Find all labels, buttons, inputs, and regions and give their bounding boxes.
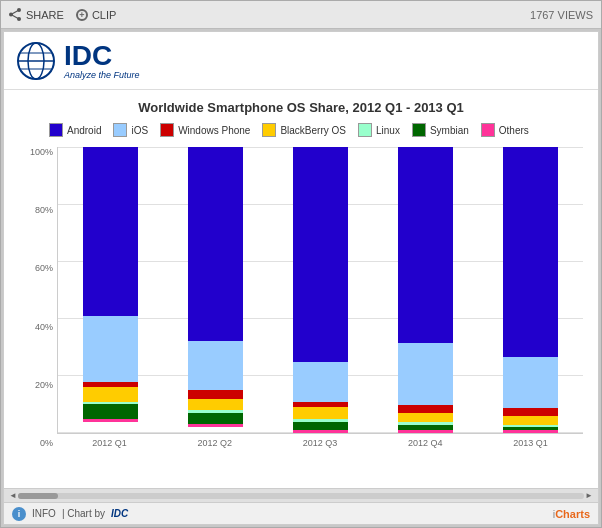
legend-label: Symbian	[430, 125, 469, 136]
bar-group	[268, 147, 373, 433]
bars-wrapper	[58, 147, 583, 433]
idc-header: IDC Analyze the Future	[4, 32, 598, 90]
bar-group	[163, 147, 268, 433]
bar-segment-windows-phone[interactable]	[188, 390, 243, 399]
scroll-right-arrow[interactable]: ►	[584, 491, 594, 501]
chart-container: Worldwide Smartphone OS Share, 2012 Q1 -…	[4, 90, 598, 488]
x-axis-label: 2012 Q1	[57, 434, 162, 448]
clip-label: CLIP	[92, 9, 116, 21]
legend-label: Android	[67, 125, 101, 136]
bar-segment-ios[interactable]	[503, 357, 558, 407]
bars-area	[57, 147, 583, 434]
x-axis-label: 2012 Q3	[267, 434, 372, 448]
chart-title: Worldwide Smartphone OS Share, 2012 Q1 -…	[19, 100, 583, 115]
bar-segment-blackberry-os[interactable]	[293, 407, 348, 418]
legend-label: Linux	[376, 125, 400, 136]
bar-segment-blackberry-os[interactable]	[503, 416, 558, 424]
bar-segment-windows-phone[interactable]	[503, 408, 558, 416]
bar-segment-android[interactable]	[503, 147, 558, 357]
x-axis-label: 2013 Q1	[478, 434, 583, 448]
legend-item-linux: Linux	[358, 123, 400, 137]
legend-item-blackberry-os: BlackBerry OS	[262, 123, 346, 137]
bar-stack	[83, 147, 138, 433]
bar-segment-others[interactable]	[503, 430, 558, 433]
scrollbar-thumb[interactable]	[18, 493, 58, 499]
idc-logo: IDC Analyze the Future	[16, 41, 140, 81]
icharts-brand: iCharts	[553, 508, 590, 520]
idc-text: IDC Analyze the Future	[64, 42, 140, 80]
bar-stack	[398, 147, 453, 433]
x-axis-label: 2012 Q2	[162, 434, 267, 448]
bar-stack	[503, 147, 558, 433]
outer-frame: SHARE + CLIP 1767 VIEWS IDC	[0, 0, 602, 528]
bar-segment-ios[interactable]	[83, 316, 138, 382]
bar-segment-symbian[interactable]	[188, 413, 243, 424]
scrollbar-track[interactable]	[18, 493, 584, 499]
bar-segment-blackberry-os[interactable]	[83, 387, 138, 401]
chart-legend: AndroidiOSWindows PhoneBlackBerry OSLinu…	[19, 123, 583, 137]
legend-label: Others	[499, 125, 529, 136]
legend-color	[113, 123, 127, 137]
info-label: INFO	[32, 508, 56, 519]
footer-left: i INFO | Chart by IDC	[12, 507, 128, 521]
clip-icon: +	[76, 9, 88, 21]
bar-segment-others[interactable]	[83, 419, 138, 422]
idc-tagline: Analyze the Future	[64, 70, 140, 80]
bar-segment-others[interactable]	[398, 430, 453, 433]
bar-segment-blackberry-os[interactable]	[398, 413, 453, 421]
legend-item-windows-phone: Windows Phone	[160, 123, 250, 137]
legend-color	[262, 123, 276, 137]
share-icon	[9, 8, 22, 21]
bar-segment-android[interactable]	[188, 147, 243, 341]
share-button[interactable]: SHARE	[9, 8, 64, 21]
bar-segment-android[interactable]	[293, 147, 348, 362]
legend-label: BlackBerry OS	[280, 125, 346, 136]
bar-segment-symbian[interactable]	[83, 404, 138, 418]
idc-globe-icon	[16, 41, 56, 81]
y-axis-label: 20%	[19, 380, 57, 390]
chart-by-label: | Chart by	[62, 508, 105, 519]
legend-label: Windows Phone	[178, 125, 250, 136]
x-axis-label: 2012 Q4	[373, 434, 478, 448]
legend-color	[160, 123, 174, 137]
bar-segment-ios[interactable]	[188, 341, 243, 390]
svg-line-4	[11, 15, 19, 20]
legend-label: iOS	[131, 125, 148, 136]
bar-group	[373, 147, 478, 433]
scrollbar-area: ◄ ►	[4, 488, 598, 502]
y-axis-label: 80%	[19, 205, 57, 215]
bar-segment-android[interactable]	[398, 147, 453, 343]
bar-segment-android[interactable]	[83, 147, 138, 316]
legend-color	[481, 123, 495, 137]
toolbar: SHARE + CLIP 1767 VIEWS	[1, 1, 601, 29]
toolbar-left: SHARE + CLIP	[9, 8, 116, 21]
views-count: 1767 VIEWS	[530, 9, 593, 21]
y-axis-label: 0%	[19, 438, 57, 448]
bar-segment-ios[interactable]	[398, 343, 453, 405]
bar-segment-others[interactable]	[293, 430, 348, 433]
y-axis: 0%20%40%60%80%100%	[19, 147, 57, 448]
bar-segment-blackberry-os[interactable]	[188, 399, 243, 410]
bar-segment-ios[interactable]	[293, 362, 348, 402]
legend-item-ios: iOS	[113, 123, 148, 137]
legend-item-others: Others	[481, 123, 529, 137]
legend-color	[412, 123, 426, 137]
share-label: SHARE	[26, 9, 64, 21]
legend-color	[49, 123, 63, 137]
scroll-left-arrow[interactable]: ◄	[8, 491, 18, 501]
info-icon[interactable]: i	[12, 507, 26, 521]
bar-segment-windows-phone[interactable]	[398, 405, 453, 413]
y-axis-label: 100%	[19, 147, 57, 157]
bar-chart-area: 0%20%40%60%80%100% 2012 Q12012	[19, 147, 583, 478]
y-axis-label: 40%	[19, 322, 57, 332]
bar-segment-others[interactable]	[188, 424, 243, 427]
clip-button[interactable]: + CLIP	[76, 9, 116, 21]
legend-color	[358, 123, 372, 137]
legend-item-android: Android	[49, 123, 101, 137]
idc-credit: IDC	[111, 508, 128, 519]
bar-segment-symbian[interactable]	[293, 422, 348, 431]
bar-group	[58, 147, 163, 433]
legend-item-symbian: Symbian	[412, 123, 469, 137]
footer: i INFO | Chart by IDC iCharts	[4, 502, 598, 524]
idc-name: IDC	[64, 42, 140, 70]
